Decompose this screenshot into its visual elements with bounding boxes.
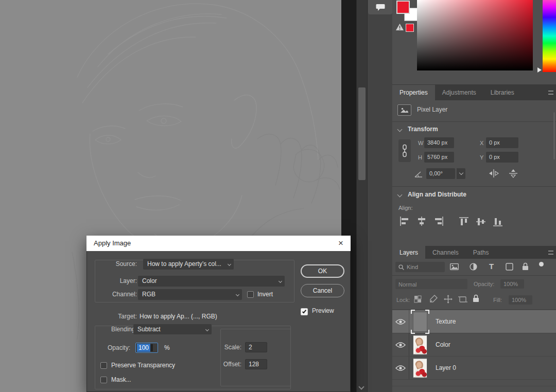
lock-transparent-pixels-icon[interactable]: [414, 295, 422, 303]
properties-scrollbar-thumb[interactable]: [553, 112, 555, 159]
layer-row-layer0[interactable]: Layer 0: [392, 357, 556, 380]
preserve-transparency-checkbox[interactable]: [100, 362, 107, 369]
angle-field[interactable]: 0,00°: [426, 168, 455, 179]
align-right-icon[interactable]: [433, 217, 444, 226]
align-center-vertical-icon[interactable]: [476, 217, 485, 227]
scale-input[interactable]: 2: [245, 342, 267, 352]
photoshop-window: Properties Adjustments Libraries Pixel L…: [0, 0, 556, 392]
invert-label: Invert: [257, 289, 273, 300]
tab-channels[interactable]: Channels: [425, 246, 466, 259]
layer-name[interactable]: Layer 0: [436, 357, 456, 380]
layer-dropdown[interactable]: Color: [138, 276, 285, 287]
scale-offset-group-box: [220, 329, 291, 386]
canvas-scrollbar[interactable]: [356, 0, 367, 392]
fill-value[interactable]: 100%: [509, 295, 532, 305]
x-field[interactable]: 0 px: [486, 137, 518, 148]
tab-paths[interactable]: Paths: [466, 246, 496, 259]
close-icon[interactable]: ×: [331, 236, 351, 251]
properties-panel: Pixel Layer Transform W 3840 px X 0 px H…: [392, 100, 556, 246]
visibility-eye-icon[interactable]: [395, 318, 406, 325]
layer-label: Layer:: [87, 276, 137, 287]
panel-menu-icon[interactable]: [548, 251, 553, 255]
properties-tabbar: Properties Adjustments Libraries: [392, 85, 556, 100]
opacity-unit: %: [164, 343, 170, 353]
layer-thumbnail[interactable]: [413, 312, 427, 332]
lock-image-pixels-icon[interactable]: [429, 295, 438, 303]
layer-name[interactable]: Color: [436, 333, 450, 357]
transform-section-title: Transform: [408, 126, 438, 133]
opacity-value: 100: [137, 344, 150, 352]
blending-value: Subtract: [137, 326, 161, 333]
h-label: H: [418, 154, 422, 161]
visibility-eye-icon[interactable]: [395, 342, 406, 348]
layers-panel: Kind T Normal Opacity: 100% Lock:: [392, 259, 556, 392]
panel-dock: Properties Adjustments Libraries Pixel L…: [392, 0, 556, 392]
y-field[interactable]: 0 px: [486, 152, 518, 163]
blend-mode-select[interactable]: Normal: [395, 279, 467, 289]
align-collapse-icon[interactable]: [397, 192, 403, 198]
lock-all-icon[interactable]: [473, 294, 479, 302]
foreground-color-swatch[interactable]: [396, 1, 410, 14]
comments-panel-button[interactable]: [368, 0, 392, 14]
cancel-button[interactable]: Cancel: [301, 284, 344, 297]
mask-checkbox[interactable]: [100, 377, 107, 383]
offset-input[interactable]: 128: [245, 359, 267, 369]
filter-type-layers-icon[interactable]: T: [489, 262, 494, 271]
opacity-value[interactable]: 100%: [500, 279, 524, 289]
source-dropdown[interactable]: How to apply Aperty’s col...: [143, 259, 234, 270]
blending-dropdown[interactable]: Subtract: [133, 324, 212, 334]
dialog-titlebar[interactable]: Apply Image ×: [86, 236, 351, 251]
angle-dropdown-button[interactable]: [456, 168, 465, 179]
blend-mode-value: Normal: [398, 281, 416, 288]
align-left-icon[interactable]: [399, 217, 410, 226]
channel-dropdown[interactable]: RGB: [138, 289, 242, 300]
ok-button[interactable]: OK: [301, 264, 344, 278]
hue-slider-arrow-icon[interactable]: [537, 67, 542, 73]
layer-filter-search[interactable]: Kind: [395, 262, 445, 272]
layer-type-label: Pixel Layer: [417, 106, 447, 113]
visibility-eye-icon[interactable]: [395, 365, 406, 371]
layer-row-texture[interactable]: Texture: [392, 310, 556, 333]
scrollbar-thumb[interactable]: [358, 87, 366, 180]
tab-properties[interactable]: Properties: [392, 85, 435, 100]
flip-vertical-icon[interactable]: [509, 169, 518, 178]
gamut-warning-icon: [395, 23, 404, 31]
layer-row-color[interactable]: Color: [392, 333, 556, 357]
align-top-icon[interactable]: [459, 217, 468, 227]
panel-menu-icon[interactable]: [548, 91, 553, 95]
source-value: How to apply Aperty’s col...: [147, 260, 221, 268]
invert-checkbox[interactable]: [247, 291, 254, 298]
target-value: How to apply Ap... (..., RGB): [140, 311, 217, 322]
gamut-color-swatch[interactable]: [406, 24, 414, 32]
tab-adjustments[interactable]: Adjustments: [435, 85, 483, 100]
filter-shape-layers-icon[interactable]: [506, 263, 513, 271]
filter-toggle-icon[interactable]: [539, 262, 544, 266]
lock-artboard-icon[interactable]: [458, 296, 467, 303]
link-dimensions-button[interactable]: [398, 139, 411, 162]
dialog-body: Source: How to apply Aperty’s col... Lay…: [86, 251, 351, 392]
layer-thumbnail[interactable]: [413, 358, 427, 378]
filter-adjustment-layers-icon[interactable]: [470, 263, 477, 271]
tab-libraries[interactable]: Libraries: [483, 85, 522, 100]
lock-position-icon[interactable]: [444, 295, 453, 304]
width-field[interactable]: 3840 px: [424, 137, 454, 148]
hue-slider[interactable]: [543, 0, 556, 72]
align-bottom-icon[interactable]: [493, 217, 502, 227]
y-label: Y: [480, 154, 483, 161]
source-label: Source:: [87, 259, 137, 270]
preview-checkbox[interactable]: [301, 308, 308, 315]
opacity-input[interactable]: 100: [135, 343, 158, 353]
height-field[interactable]: 5760 px: [424, 152, 454, 163]
transform-collapse-icon[interactable]: [397, 127, 403, 132]
align-center-horizontal-icon[interactable]: [416, 217, 427, 226]
blending-label: Blending:: [87, 324, 137, 335]
layer-name[interactable]: Texture: [436, 310, 456, 333]
chain-link-icon: [402, 144, 408, 157]
tab-layers[interactable]: Layers: [392, 246, 425, 259]
flip-horizontal-icon[interactable]: [488, 169, 499, 177]
filter-pixel-layers-icon[interactable]: [450, 263, 459, 270]
scroll-down-icon[interactable]: [358, 384, 364, 389]
layer-thumbnail[interactable]: [413, 335, 427, 355]
saturation-brightness-field[interactable]: [417, 0, 533, 70]
filter-locked-layers-icon[interactable]: [522, 262, 529, 271]
